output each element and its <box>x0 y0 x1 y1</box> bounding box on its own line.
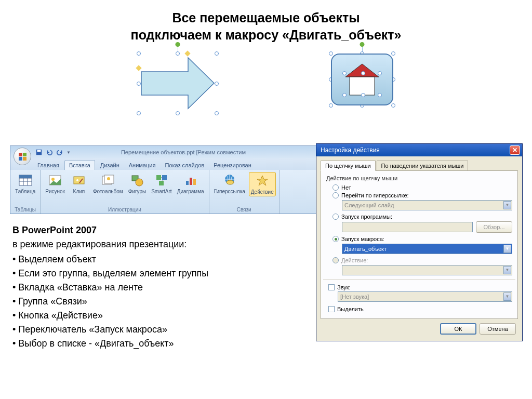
sound-combo: [Нет звука] ▼ <box>338 291 512 302</box>
program-path-input <box>342 222 473 232</box>
action-combo: ▼ <box>342 265 512 275</box>
ribbon-group-links: Гиперссылка Действие Связи <box>209 170 280 214</box>
macro-combo[interactable]: Двигать_объект ▼ <box>342 244 512 254</box>
close-button[interactable]: ✕ <box>510 145 520 155</box>
selected-shapes-row <box>0 48 532 124</box>
undo-icon[interactable] <box>46 149 53 156</box>
tab-insert[interactable]: Вставка <box>64 160 95 170</box>
svg-point-16 <box>107 177 110 180</box>
ribbon-item-action[interactable]: Действие <box>249 172 276 196</box>
tab-review[interactable]: Рецензирован <box>209 161 256 170</box>
svg-rect-24 <box>193 179 196 185</box>
radio-run-program[interactable]: Запуск программы: <box>332 214 512 220</box>
fieldset-label: Действие по щелчку мыши <box>326 175 512 181</box>
tab-home[interactable]: Главная <box>33 161 63 170</box>
picture-icon <box>48 173 62 188</box>
arrow-shape-selected <box>139 54 217 113</box>
svg-point-11 <box>51 178 55 181</box>
svg-rect-20 <box>162 175 167 180</box>
tab-mouse-over[interactable]: По наведении указателя мыши <box>377 161 469 171</box>
svg-rect-22 <box>186 181 189 185</box>
office-button[interactable] <box>14 148 31 165</box>
radio-action[interactable]: Действие: <box>332 257 512 263</box>
ribbon-item-table[interactable]: Таблица <box>14 172 37 195</box>
ribbon-item-smartart[interactable]: SmartArt <box>150 172 173 195</box>
ok-button[interactable]: ОК <box>440 323 476 335</box>
svg-point-26 <box>227 180 234 184</box>
chevron-down-icon[interactable]: ▼ <box>503 245 511 253</box>
chart-icon <box>183 173 198 188</box>
window-title: Перемещение объектов.ppt [Режим совмести… <box>71 149 317 155</box>
radio-none[interactable]: Нет <box>332 184 512 191</box>
save-icon[interactable] <box>35 149 43 156</box>
svg-rect-3 <box>37 150 41 152</box>
tab-mouse-click[interactable]: По щелчку мыши <box>321 161 376 171</box>
checkbox-sound[interactable]: Звук: <box>328 284 512 290</box>
ribbon-tabs: Главная Вставка Дизайн Анимация Показ сл… <box>10 158 317 170</box>
rotate-handle-icon <box>360 42 365 47</box>
quick-access-toolbar: ▼ <box>35 149 71 156</box>
radio-run-macro[interactable]: Запуск макроса: <box>332 236 512 242</box>
ribbon-item-shapes[interactable]: Фигуры <box>127 172 148 195</box>
ribbon-group-illustrations: Рисунок Клип Фотоальбом Фигуры SmartArt <box>41 170 209 214</box>
house-icon <box>341 61 383 98</box>
tab-animation[interactable]: Анимация <box>125 161 160 170</box>
dialog-titlebar: Настройка действия ✕ <box>316 144 522 156</box>
chevron-down-icon: ▼ <box>503 266 511 274</box>
svg-rect-23 <box>190 178 192 185</box>
action-settings-dialog: Настройка действия ✕ По щелчку мыши По н… <box>316 143 523 341</box>
checkbox-highlight[interactable]: Выделить <box>328 306 512 312</box>
svg-rect-9 <box>19 175 32 178</box>
hyperlink-combo: Следующий слайд ▼ <box>342 200 512 210</box>
radio-hyperlink[interactable]: Перейти по гиперссылке: <box>332 192 512 198</box>
svg-rect-12 <box>74 177 84 184</box>
table-icon <box>18 173 33 188</box>
svg-point-13 <box>76 179 78 181</box>
clip-icon <box>72 173 86 188</box>
ribbon-group-tables: Таблица Таблицы <box>10 170 41 214</box>
chevron-down-icon: ▼ <box>503 201 511 209</box>
powerpoint-ribbon: ▼ Перемещение объектов.ppt [Режим совмес… <box>10 145 317 214</box>
photoalbum-icon <box>101 173 115 188</box>
action-icon <box>255 174 270 188</box>
svg-rect-1 <box>350 77 375 95</box>
instructions-text: В PowerPoint 2007 в режиме редактировани… <box>12 223 208 352</box>
tab-design[interactable]: Дизайн <box>96 161 124 170</box>
tab-slideshow[interactable]: Показ слайдов <box>161 161 208 170</box>
cancel-button[interactable]: Отмена <box>480 323 516 335</box>
hyperlink-icon <box>222 173 237 188</box>
svg-rect-19 <box>156 175 161 180</box>
ribbon-item-clip[interactable]: Клип <box>69 172 89 195</box>
qat-dropdown-icon[interactable]: ▼ <box>66 150 71 155</box>
svg-point-18 <box>136 179 143 186</box>
ribbon-item-photoalbum[interactable]: Фотоальбом <box>91 172 125 195</box>
svg-rect-21 <box>159 181 164 185</box>
dialog-title: Настройка действия <box>321 147 380 154</box>
slide-title: Все перемещаемые объекты подключаем к ма… <box>0 0 532 48</box>
chevron-down-icon: ▼ <box>503 292 511 301</box>
ribbon-item-hyperlink[interactable]: Гиперссылка <box>212 172 247 196</box>
redo-icon[interactable] <box>56 149 63 156</box>
shapes-icon <box>130 173 144 188</box>
smartart-icon <box>154 173 169 188</box>
ribbon-item-picture[interactable]: Рисунок <box>44 172 66 195</box>
browse-button: Обзор... <box>476 221 512 233</box>
house-shape-selected <box>331 54 393 105</box>
ribbon-item-chart[interactable]: Диаграмма <box>176 172 206 195</box>
arrow-icon <box>139 54 217 113</box>
rotate-handle-icon <box>176 42 180 47</box>
